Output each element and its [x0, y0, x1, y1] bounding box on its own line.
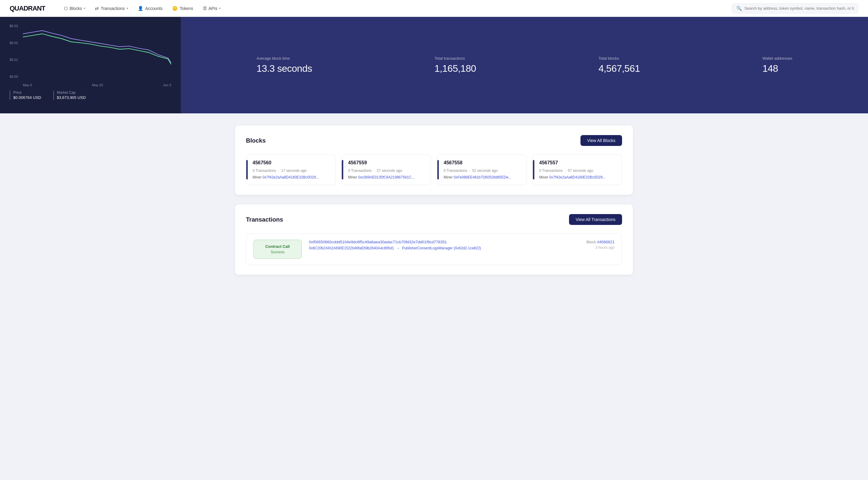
block-number[interactable]: 4567557	[539, 160, 616, 166]
tx-block-number[interactable]: #4566821	[597, 240, 615, 244]
stat-wallet-addresses-value: 148	[763, 63, 792, 74]
transactions-section-title: Transactions	[246, 216, 283, 223]
blocks-section-header: Blocks View All Blocks	[246, 135, 622, 146]
tx-from-address[interactable]: 0x6C20b2AfA2A690E1522b46faE69b2640A4c895…	[309, 246, 394, 250]
block-meta: 0 Transactions · 27 seconds ago	[348, 169, 425, 173]
nav-item-blocks[interactable]: ⬡ Blocks ▾	[60, 3, 90, 13]
stat-wallet-addresses-label: Wallet addresses	[763, 56, 792, 61]
transaction-row: Contract Call Success 0xf56650660cddd510…	[246, 233, 622, 265]
x-label-1: May 20	[92, 83, 103, 87]
main-content: Blocks View All Blocks 4567560 0 Transac…	[223, 113, 645, 302]
price-info: Price $0.006764 USD Market Cap $3,673,90…	[10, 90, 171, 100]
nav-links: ⬡ Blocks ▾ ⇄ Transactions ▾ 👤 Accounts 🪙…	[60, 3, 732, 13]
chart-area: $0.03 $0.02 $0.01 $0.00	[10, 24, 171, 79]
price-value: $0.006764 USD	[13, 95, 41, 100]
stat-wallet-addresses: Wallet addresses 148	[763, 56, 792, 74]
chart-x-labels: May 6 May 20 Jun 3	[10, 83, 171, 87]
search-bar: 🔍	[732, 3, 858, 13]
miner-address[interactable]: 0x7f42e2aAa8D4180E32Bc0D29...	[262, 175, 319, 179]
transactions-section-card: Transactions View All Transactions Contr…	[235, 204, 633, 275]
block-content: 4567557 0 Transactions · 57 seconds ago …	[539, 160, 616, 179]
stat-total-blocks: Total blocks 4,567,561	[598, 56, 640, 74]
stat-total-transactions-value: 1,165,180	[435, 63, 476, 74]
block-content: 4567558 0 Transactions · 52 seconds ago …	[444, 160, 521, 179]
tx-block-info: Block #4566821 3 hours ago	[587, 240, 615, 250]
y-label-3: $0.00	[10, 75, 23, 79]
y-label-1: $0.02	[10, 41, 23, 44]
y-label-2: $0.01	[10, 58, 23, 61]
apis-icon: ☰	[203, 6, 207, 11]
view-all-blocks-button[interactable]: View All Blocks	[581, 135, 622, 146]
nav-apis-label: APIs	[209, 6, 218, 11]
blocks-grid: 4567560 0 Transactions · 17 seconds ago …	[246, 154, 622, 185]
block-card[interactable]: 4567558 0 Transactions · 52 seconds ago …	[437, 154, 527, 185]
blocks-section-title: Blocks	[246, 137, 266, 144]
block-card[interactable]: 4567557 0 Transactions · 57 seconds ago …	[532, 154, 622, 185]
stat-avg-block-time: Average block time 13.3 seconds	[256, 56, 312, 74]
chart-y-labels: $0.03 $0.02 $0.01 $0.00	[10, 24, 23, 79]
price-block: Price $0.006764 USD	[10, 90, 41, 100]
tx-badge-status: Success	[258, 250, 297, 254]
stat-total-blocks-label: Total blocks	[598, 56, 640, 61]
tx-block-ref[interactable]: Block #4566821	[587, 240, 615, 244]
block-number[interactable]: 4567560	[253, 160, 330, 166]
nav-accounts-label: Accounts	[145, 6, 163, 11]
transactions-list: Contract Call Success 0xf56650660cddd510…	[246, 233, 622, 265]
y-label-0: $0.03	[10, 24, 23, 28]
chevron-down-icon: ▾	[219, 7, 221, 10]
brand-logo[interactable]: QUADRANT	[10, 4, 45, 12]
accounts-icon: 👤	[138, 6, 144, 11]
view-all-transactions-button[interactable]: View All Transactions	[569, 214, 622, 225]
transactions-section-header: Transactions View All Transactions	[246, 214, 622, 225]
search-icon: 🔍	[736, 6, 742, 11]
block-miner: Miner 0xFe089EE481b7D60528d65EDe...	[444, 175, 521, 179]
price-label: Price	[13, 90, 41, 95]
nav-transactions-label: Transactions	[101, 6, 125, 11]
nav-item-transactions[interactable]: ⇄ Transactions ▾	[91, 3, 132, 13]
tx-hash[interactable]: 0xf56650660cddd5104e9dc8f5c49a6aea30adac…	[309, 240, 579, 244]
block-accent	[342, 160, 343, 179]
tx-time: 3 hours ago	[587, 245, 615, 250]
block-meta: 0 Transactions · 52 seconds ago	[444, 169, 521, 173]
stat-total-transactions: Total transactions 1,165,180	[435, 56, 476, 74]
block-meta: 0 Transactions · 17 seconds ago	[253, 169, 330, 173]
block-number[interactable]: 4567559	[348, 160, 425, 166]
chevron-down-icon: ▾	[84, 7, 85, 10]
transactions-icon: ⇄	[95, 6, 99, 11]
block-card[interactable]: 4567560 0 Transactions · 17 seconds ago …	[246, 154, 336, 185]
tx-badge: Contract Call Success	[253, 240, 302, 259]
blocks-icon: ⬡	[64, 6, 68, 11]
nav-item-tokens[interactable]: 🪙 Tokens	[168, 3, 197, 13]
nav-tokens-label: Tokens	[180, 6, 193, 11]
tx-address: 0x6C20b2AfA2A690E1522b46faE69b2640A4c895…	[309, 246, 579, 250]
miner-address[interactable]: 0xFe089EE481b7D60528d65EDe...	[454, 175, 511, 179]
tx-arrow-icon: →	[396, 246, 400, 250]
block-content: 4567560 0 Transactions · 17 seconds ago …	[253, 160, 330, 179]
miner-address[interactable]: 0xc069AE0135fC8A2198675b1C...	[358, 175, 414, 179]
block-accent	[533, 160, 534, 179]
stat-avg-block-time-label: Average block time	[256, 56, 312, 61]
navbar: QUADRANT ⬡ Blocks ▾ ⇄ Transactions ▾ 👤 A…	[0, 0, 868, 17]
block-accent	[437, 160, 439, 179]
tx-details: 0xf56650660cddd5104e9dc8f5c49a6aea30adac…	[309, 240, 579, 250]
search-input[interactable]	[744, 6, 854, 10]
x-label-0: May 6	[23, 83, 32, 87]
block-card[interactable]: 4567559 0 Transactions · 27 seconds ago …	[341, 154, 431, 185]
tokens-icon: 🪙	[172, 6, 178, 11]
tx-to-address[interactable]: PublisherConsentLogsManager (0x62d2-1ce8…	[402, 246, 481, 250]
blocks-section-card: Blocks View All Blocks 4567560 0 Transac…	[235, 125, 633, 195]
nav-blocks-label: Blocks	[70, 6, 82, 11]
nav-item-apis[interactable]: ☰ APIs ▾	[198, 3, 225, 13]
nav-item-accounts[interactable]: 👤 Accounts	[133, 3, 167, 13]
block-miner: Miner 0xc069AE0135fC8A2198675b1C...	[348, 175, 425, 179]
market-cap-block: Market Cap $3,673,905 USD	[53, 90, 86, 100]
hero-stats: Average block time 13.3 seconds Total tr…	[181, 17, 868, 113]
stat-total-transactions-label: Total transactions	[435, 56, 476, 61]
block-number[interactable]: 4567558	[444, 160, 521, 166]
tx-badge-label: Contract Call	[258, 244, 297, 249]
block-accent	[246, 160, 248, 179]
x-label-2: Jun 3	[163, 83, 171, 87]
miner-address[interactable]: 0x7f42e2aAa8D4180E32Bc0D29...	[549, 175, 606, 179]
block-miner: Miner 0x7f42e2aAa8D4180E32Bc0D29...	[253, 175, 330, 179]
stat-total-blocks-value: 4,567,561	[598, 63, 640, 74]
